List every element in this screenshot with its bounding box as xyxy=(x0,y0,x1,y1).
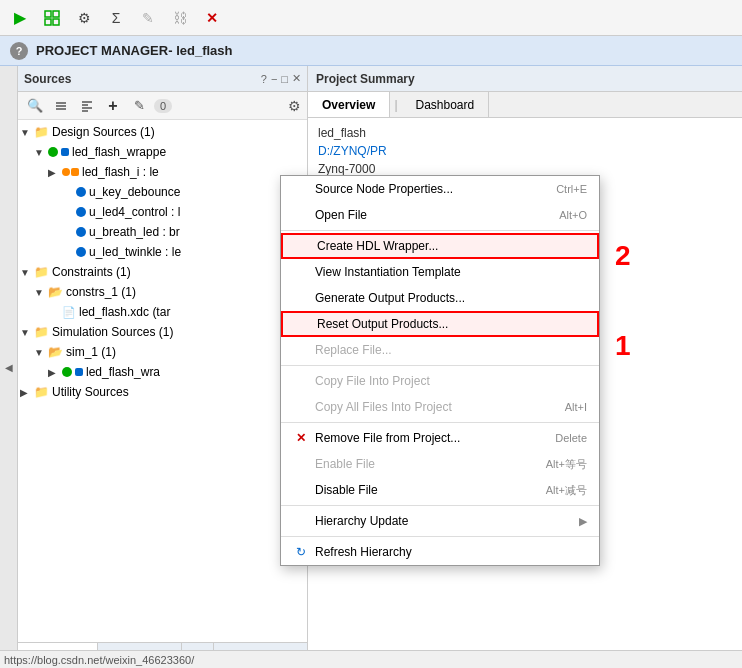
menu-separator xyxy=(281,230,599,231)
remove-icon: ✕ xyxy=(293,431,309,445)
menu-enable-file: Enable File Alt+等号 xyxy=(281,451,599,477)
refresh-icon: ↻ xyxy=(293,545,309,559)
menu-source-node-properties[interactable]: Source Node Properties... Ctrl+E xyxy=(281,176,599,202)
menu-replace-file: Replace File... xyxy=(281,337,599,363)
menu-disable-file[interactable]: Disable File Alt+减号 xyxy=(281,477,599,503)
menu-label: View Instantiation Template xyxy=(315,265,461,279)
shortcut-label: Delete xyxy=(555,432,587,444)
menu-create-hdl-wrapper[interactable]: Create HDL Wrapper... xyxy=(281,233,599,259)
menu-separator xyxy=(281,505,599,506)
context-menu-overlay: Source Node Properties... Ctrl+E Open Fi… xyxy=(0,0,742,668)
menu-label: Remove File from Project... xyxy=(315,431,460,445)
menu-copy-file: Copy File Into Project xyxy=(281,368,599,394)
shortcut-label: Alt+I xyxy=(565,401,587,413)
menu-refresh-hierarchy[interactable]: ↻ Refresh Hierarchy xyxy=(281,539,599,565)
menu-label: Open File xyxy=(315,208,367,222)
menu-label: Refresh Hierarchy xyxy=(315,545,412,559)
shortcut-label: Alt+等号 xyxy=(546,457,587,472)
menu-hierarchy-update[interactable]: Hierarchy Update ▶ xyxy=(281,508,599,534)
menu-reset-output-products[interactable]: Reset Output Products... xyxy=(281,311,599,337)
menu-label: Create HDL Wrapper... xyxy=(317,239,438,253)
menu-separator xyxy=(281,422,599,423)
menu-generate-output-products[interactable]: Generate Output Products... xyxy=(281,285,599,311)
menu-label: Source Node Properties... xyxy=(315,182,453,196)
menu-label: Enable File xyxy=(315,457,375,471)
menu-label: Reset Output Products... xyxy=(317,317,448,331)
menu-label: Disable File xyxy=(315,483,378,497)
menu-label: Replace File... xyxy=(315,343,392,357)
menu-copy-all-files: Copy All Files Into Project Alt+I xyxy=(281,394,599,420)
shortcut-label: Alt+O xyxy=(559,209,587,221)
menu-label: Copy File Into Project xyxy=(315,374,430,388)
shortcut-label: Alt+减号 xyxy=(546,483,587,498)
menu-remove-file[interactable]: ✕ Remove File from Project... Delete xyxy=(281,425,599,451)
submenu-arrow: ▶ xyxy=(579,515,587,528)
context-menu: Source Node Properties... Ctrl+E Open Fi… xyxy=(280,175,600,566)
shortcut-label: Ctrl+E xyxy=(556,183,587,195)
menu-label: Hierarchy Update xyxy=(315,514,408,528)
menu-open-file[interactable]: Open File Alt+O xyxy=(281,202,599,228)
menu-separator xyxy=(281,365,599,366)
menu-label: Copy All Files Into Project xyxy=(315,400,452,414)
menu-separator xyxy=(281,536,599,537)
menu-label: Generate Output Products... xyxy=(315,291,465,305)
menu-view-instantiation[interactable]: View Instantiation Template xyxy=(281,259,599,285)
